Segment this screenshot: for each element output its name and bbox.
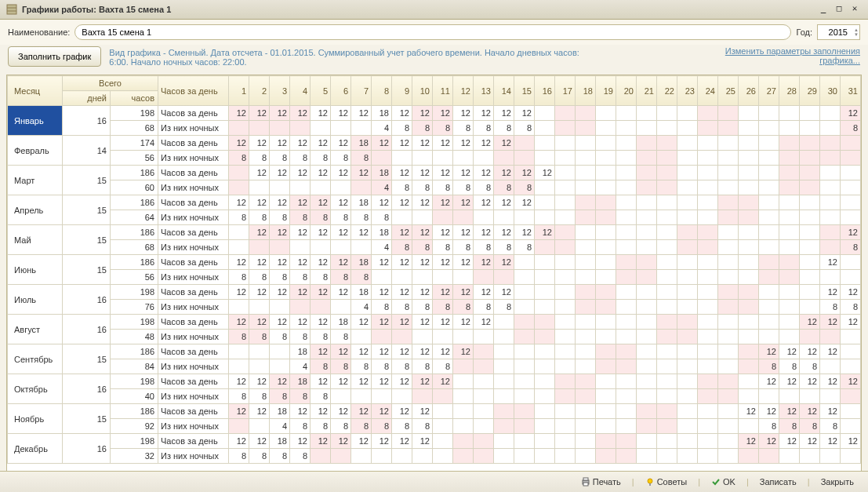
- days-cell[interactable]: 14: [63, 136, 111, 166]
- night-cell[interactable]: [494, 210, 514, 225]
- day-cell[interactable]: [677, 225, 698, 240]
- day-cell[interactable]: [514, 315, 535, 330]
- night-cell[interactable]: 8: [331, 270, 351, 285]
- day-cell[interactable]: 12: [351, 404, 372, 419]
- night-cell[interactable]: 8: [351, 210, 372, 225]
- night-cell[interactable]: [535, 359, 555, 374]
- day-cell[interactable]: 12: [290, 106, 311, 121]
- night-cell[interactable]: [514, 449, 535, 464]
- day-cell[interactable]: [779, 255, 800, 270]
- hours-cell[interactable]: 186: [111, 225, 158, 240]
- day-cell[interactable]: 12: [311, 434, 331, 449]
- night-cell[interactable]: 8: [514, 180, 535, 195]
- col-day-2[interactable]: 2: [249, 76, 270, 106]
- day-cell[interactable]: [759, 136, 779, 151]
- night-cell[interactable]: 8: [433, 359, 453, 374]
- night-cell[interactable]: [535, 300, 555, 315]
- night-cell[interactable]: [779, 180, 800, 195]
- day-cell[interactable]: [657, 434, 677, 449]
- night-cell[interactable]: [474, 330, 494, 344]
- night-cell[interactable]: [535, 210, 555, 225]
- col-day-8[interactable]: 8: [372, 76, 392, 106]
- night-cell[interactable]: [453, 389, 474, 404]
- day-cell[interactable]: [576, 344, 596, 359]
- night-cell[interactable]: [739, 121, 759, 136]
- day-cell[interactable]: 12: [392, 374, 412, 389]
- day-cell[interactable]: 12: [779, 434, 800, 449]
- day-cell[interactable]: [616, 225, 637, 240]
- day-cell[interactable]: [514, 434, 535, 449]
- day-cell[interactable]: 12: [453, 136, 474, 151]
- night-cell[interactable]: [270, 240, 290, 255]
- day-cell[interactable]: [698, 106, 718, 121]
- day-cell[interactable]: [677, 195, 698, 210]
- night-cell[interactable]: [372, 270, 392, 285]
- day-cell[interactable]: [637, 195, 657, 210]
- night-cell[interactable]: [576, 180, 596, 195]
- night-cell[interactable]: [494, 359, 514, 374]
- day-cell[interactable]: 12: [290, 434, 311, 449]
- night-cell[interactable]: [412, 270, 433, 285]
- night-cell[interactable]: 8: [820, 300, 841, 315]
- night-cell[interactable]: 8: [249, 151, 270, 166]
- day-cell[interactable]: [555, 136, 576, 151]
- day-cell[interactable]: 12: [494, 225, 514, 240]
- day-cell[interactable]: 12: [311, 404, 331, 419]
- day-cell[interactable]: [535, 136, 555, 151]
- day-cell[interactable]: 12: [290, 225, 311, 240]
- night-cell[interactable]: [657, 151, 677, 166]
- night-cell[interactable]: [657, 330, 677, 344]
- night-cell[interactable]: [616, 180, 637, 195]
- night-cell[interactable]: 8: [351, 419, 372, 434]
- night-cell[interactable]: [249, 240, 270, 255]
- night-cell[interactable]: 8: [331, 210, 351, 225]
- night-cell[interactable]: [657, 419, 677, 434]
- day-cell[interactable]: [718, 315, 739, 330]
- day-cell[interactable]: [535, 255, 555, 270]
- day-cell[interactable]: [759, 255, 779, 270]
- col-day-27[interactable]: 27: [759, 76, 779, 106]
- night-cell[interactable]: [698, 419, 718, 434]
- day-cell[interactable]: 12: [249, 285, 270, 300]
- night-cell[interactable]: [759, 180, 779, 195]
- night-cell[interactable]: [392, 330, 412, 344]
- day-cell[interactable]: 12: [311, 374, 331, 389]
- day-cell[interactable]: 12: [412, 166, 433, 180]
- day-cell[interactable]: [576, 434, 596, 449]
- month-cell[interactable]: Июнь: [8, 255, 63, 285]
- night-cell[interactable]: 8: [270, 210, 290, 225]
- night-cell[interactable]: [759, 151, 779, 166]
- day-cell[interactable]: [779, 166, 800, 180]
- day-cell[interactable]: [677, 374, 698, 389]
- night-cell[interactable]: [311, 180, 331, 195]
- day-cell[interactable]: 12: [392, 195, 412, 210]
- day-cell[interactable]: [698, 136, 718, 151]
- day-cell[interactable]: 12: [331, 195, 351, 210]
- night-cell[interactable]: [637, 240, 657, 255]
- day-cell[interactable]: 12: [474, 106, 494, 121]
- night-cell[interactable]: 8: [392, 359, 412, 374]
- night-cell[interactable]: 8: [331, 359, 351, 374]
- night-cell[interactable]: [311, 121, 331, 136]
- day-cell[interactable]: 12: [249, 225, 270, 240]
- night-cell[interactable]: [351, 121, 372, 136]
- night-cell[interactable]: 8: [433, 240, 453, 255]
- day-cell[interactable]: 12: [433, 136, 453, 151]
- day-cell[interactable]: [657, 195, 677, 210]
- night-cell[interactable]: [576, 240, 596, 255]
- night-cell[interactable]: [759, 449, 779, 464]
- night-cell[interactable]: [351, 389, 372, 404]
- day-cell[interactable]: 12: [433, 225, 453, 240]
- night-cell[interactable]: [616, 300, 637, 315]
- day-cell[interactable]: [494, 374, 514, 389]
- day-cell[interactable]: [596, 374, 616, 389]
- day-cell[interactable]: 12: [820, 344, 841, 359]
- night-cell[interactable]: 8: [392, 240, 412, 255]
- night-cell[interactable]: 8: [372, 419, 392, 434]
- night-cell[interactable]: [779, 151, 800, 166]
- col-day-26[interactable]: 26: [739, 76, 759, 106]
- night-cell[interactable]: 8: [351, 359, 372, 374]
- hours-cell[interactable]: 198: [111, 285, 158, 300]
- day-cell[interactable]: [616, 344, 637, 359]
- night-cell[interactable]: 8: [392, 121, 412, 136]
